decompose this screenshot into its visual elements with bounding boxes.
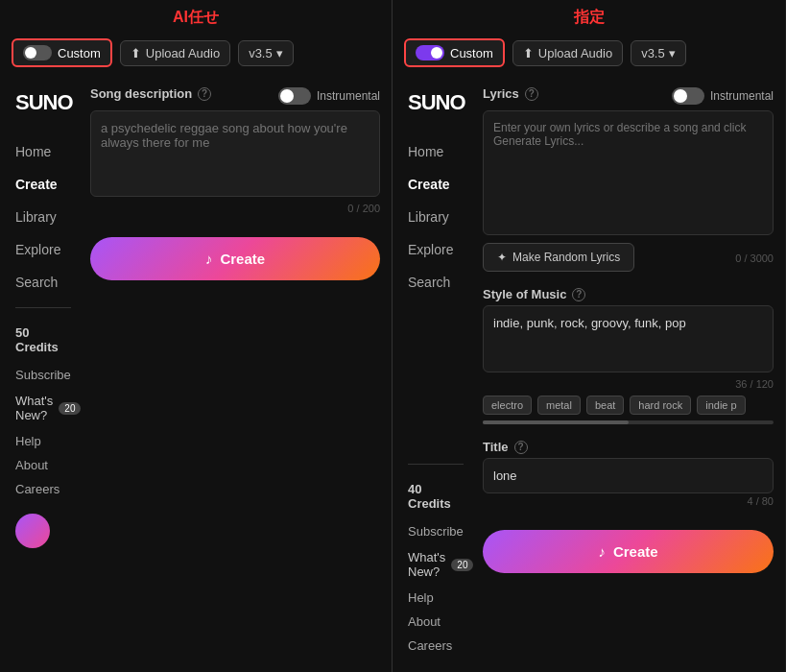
left-careers[interactable]: Careers (0, 478, 86, 500)
right-title-char-count: 4 / 80 (483, 495, 774, 507)
right-lyrics-section: Lyrics ? Instrumental ✦ Make Random Lyri… (483, 86, 774, 272)
right-version-label: v3.5 (641, 46, 665, 60)
right-version-button[interactable]: v3.5 ▾ (631, 40, 686, 66)
chevron-down-icon: ▾ (276, 46, 283, 60)
left-credits: 50 Credits (0, 318, 86, 362)
left-whats-new-label: What's New? (15, 394, 53, 422)
sidebar-item-explore-left[interactable]: Explore (0, 234, 86, 265)
left-avatar[interactable] (15, 514, 50, 548)
right-help[interactable]: Help (393, 587, 479, 609)
left-help-icon: ? (198, 87, 211, 101)
sidebar-item-library-right[interactable]: Library (393, 202, 479, 232)
left-whats-new-badge: 20 (59, 402, 81, 415)
right-lyrics-help-icon: ? (525, 87, 538, 101)
right-style-tags-row: electro metal beat hard rock indie p (483, 396, 774, 415)
left-song-description-section: Song description ? Instrumental 0 / 200 (90, 86, 380, 214)
left-instrumental-label: Instrumental (317, 89, 380, 103)
right-lyrics-textarea[interactable] (483, 110, 774, 235)
right-chevron-down-icon: ▾ (669, 46, 676, 60)
right-style-textarea[interactable]: indie, punk, rock, groovy, funk, pop (483, 305, 774, 372)
right-custom-button[interactable]: Custom (404, 38, 505, 67)
right-panel: 指定 Custom ⬆ Upload Audio v3.5 ▾ SUNO Hom… (393, 0, 785, 672)
left-char-count: 0 / 200 (90, 203, 380, 214)
right-whats-new-badge: 20 (451, 559, 473, 571)
right-logo: SUNO (393, 90, 479, 134)
right-whats-new[interactable]: What's New? 20 (393, 544, 479, 585)
style-tag-metal[interactable]: metal (537, 396, 581, 415)
left-panel-body: SUNO Home Create Library Explore Search … (0, 75, 392, 672)
right-lyrics-label: Lyrics ? (483, 86, 538, 101)
right-create-label: Create (613, 543, 658, 560)
left-upload-button[interactable]: ⬆ Upload Audio (120, 40, 230, 66)
style-tag-hard-rock[interactable]: hard rock (630, 396, 691, 415)
left-panel: AI任せ Custom ⬆ Upload Audio v3.5 ▾ SUNO H… (0, 0, 393, 672)
left-song-description-textarea[interactable] (90, 110, 380, 197)
left-upload-label: Upload Audio (146, 46, 220, 60)
style-tag-beat[interactable]: beat (586, 396, 624, 415)
left-whats-new[interactable]: What's New? 20 (0, 388, 86, 428)
right-main-content: Lyrics ? Instrumental ✦ Make Random Lyri… (479, 75, 785, 672)
right-style-label: Style of Music ? (483, 287, 774, 301)
left-main-content: Song description ? Instrumental 0 / 200 … (86, 75, 392, 672)
right-create-button[interactable]: ♪ Create (483, 530, 774, 573)
sidebar-item-search-left[interactable]: Search (0, 267, 86, 298)
left-instrumental-row: Song description ? Instrumental (90, 86, 380, 105)
right-sidebar: SUNO Home Create Library Explore Search … (393, 75, 479, 672)
right-custom-toggle[interactable] (416, 45, 444, 60)
sidebar-item-library-left[interactable]: Library (0, 202, 86, 232)
right-upload-icon: ⬆ (523, 46, 534, 60)
style-tag-electro[interactable]: electro (483, 396, 532, 415)
right-about[interactable]: About (393, 611, 479, 633)
left-custom-label: Custom (58, 46, 101, 60)
right-instrumental-toggle[interactable] (672, 87, 704, 105)
right-random-lyrics-button[interactable]: ✦ Make Random Lyrics (483, 243, 634, 272)
left-about[interactable]: About (0, 454, 86, 476)
sidebar-item-home-right[interactable]: Home (393, 136, 479, 167)
style-tag-indie[interactable]: indie p (697, 396, 745, 415)
left-top-label: AI任せ (173, 8, 219, 28)
left-subscribe[interactable]: Subscribe (0, 364, 86, 386)
music-icon: ♪ (205, 251, 213, 267)
right-upload-label: Upload Audio (538, 46, 612, 60)
left-create-label: Create (220, 251, 265, 267)
left-create-button[interactable]: ♪ Create (90, 237, 380, 280)
left-sidebar: SUNO Home Create Library Explore Search … (0, 75, 86, 672)
left-custom-toggle[interactable] (23, 45, 52, 60)
right-instrumental-label: Instrumental (710, 89, 774, 103)
right-style-scrollbar[interactable] (483, 420, 774, 424)
left-version-label: v3.5 (249, 46, 273, 60)
magic-icon: ✦ (497, 251, 507, 264)
right-top-label: 指定 (574, 8, 605, 28)
right-title-section: Title ? 4 / 80 (483, 440, 774, 507)
right-panel-body: SUNO Home Create Library Explore Search … (393, 75, 785, 672)
right-lyrics-footer: ✦ Make Random Lyrics 0 / 3000 (483, 243, 774, 272)
right-instrumental-row: Lyrics ? Instrumental (483, 86, 774, 105)
right-style-char-count: 36 / 120 (483, 378, 774, 390)
right-careers[interactable]: Careers (393, 635, 479, 657)
sidebar-item-create-left[interactable]: Create (0, 169, 86, 200)
right-title-help-icon: ? (514, 441, 528, 454)
left-song-description-label: Song description ? (90, 86, 211, 101)
sidebar-item-home-left[interactable]: Home (0, 136, 86, 167)
right-whats-new-label: What's New? (408, 550, 445, 579)
upload-icon: ⬆ (131, 46, 141, 60)
left-version-button[interactable]: v3.5 ▾ (238, 40, 294, 66)
right-music-icon: ♪ (598, 543, 606, 560)
sidebar-item-search-right[interactable]: Search (393, 267, 479, 298)
right-title-label: Title ? (483, 440, 774, 454)
left-sidebar-divider (15, 307, 71, 308)
right-style-section: Style of Music ? indie, punk, rock, groo… (483, 287, 774, 424)
right-style-help-icon: ? (572, 288, 585, 301)
right-sidebar-divider (408, 464, 464, 465)
right-upload-button[interactable]: ⬆ Upload Audio (512, 40, 623, 66)
right-style-scrollbar-thumb (483, 420, 629, 424)
sidebar-item-explore-right[interactable]: Explore (393, 234, 479, 265)
sidebar-item-create-right[interactable]: Create (393, 169, 479, 200)
right-lyrics-char-count: 0 / 3000 (735, 252, 774, 264)
left-custom-button[interactable]: Custom (12, 38, 112, 67)
right-sidebar-spacer (393, 300, 479, 454)
right-title-input[interactable] (483, 458, 774, 493)
left-instrumental-toggle[interactable] (278, 87, 311, 105)
right-subscribe[interactable]: Subscribe (393, 520, 479, 542)
left-help[interactable]: Help (0, 430, 86, 452)
